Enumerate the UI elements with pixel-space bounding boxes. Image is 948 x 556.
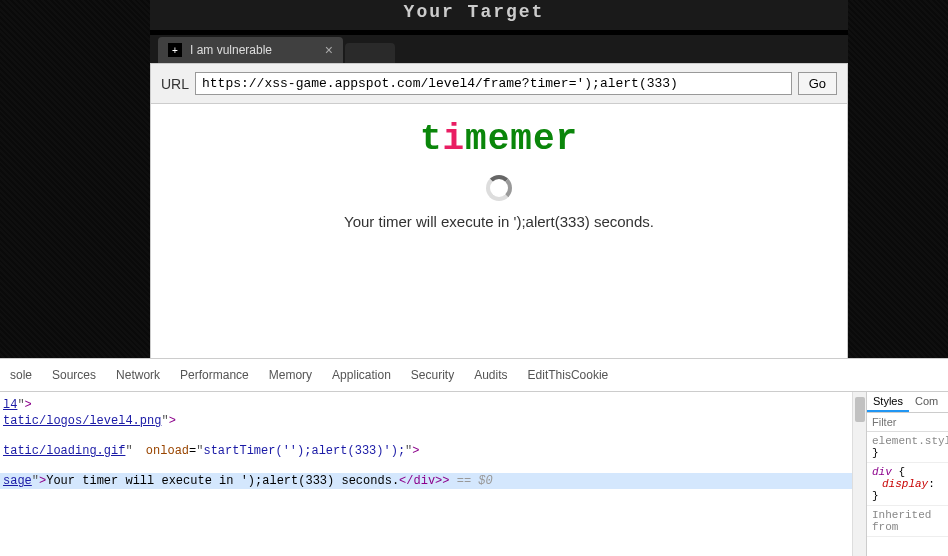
styles-tab-styles[interactable]: Styles xyxy=(867,392,909,412)
browser-tab-active[interactable]: I am vulnerable × xyxy=(158,37,343,63)
devtools-tab-memory[interactable]: Memory xyxy=(259,363,322,387)
devtools-tab-security[interactable]: Security xyxy=(401,363,464,387)
dark-background-left xyxy=(0,0,150,358)
devtools-tab-audits[interactable]: Audits xyxy=(464,363,517,387)
url-bar: URL Go xyxy=(150,63,848,104)
browser-window: I am vulnerable × URL Go timemer Your ti… xyxy=(150,35,848,364)
tab-title: I am vulnerable xyxy=(190,43,272,57)
styles-tabs: Styles Com xyxy=(867,392,948,413)
code-line-selected[interactable]: sage">Your timer will execute in ');aler… xyxy=(0,473,866,489)
url-label: URL xyxy=(161,76,189,92)
styles-tab-computed[interactable]: Com xyxy=(909,392,944,412)
style-rule-div[interactable]: div { display: } xyxy=(867,463,948,506)
logo-letter: i xyxy=(442,119,465,160)
close-icon[interactable]: × xyxy=(325,42,333,58)
scrollbar-thumb[interactable] xyxy=(855,397,865,422)
styles-filter-input[interactable] xyxy=(867,413,948,432)
devtools-tab-performance[interactable]: Performance xyxy=(170,363,259,387)
url-input[interactable] xyxy=(195,72,792,95)
tab-favicon-icon xyxy=(168,43,182,57)
tab-bar: I am vulnerable × xyxy=(150,35,848,63)
timer-message: Your timer will execute in ');alert(333)… xyxy=(166,213,832,230)
devtools-tab-network[interactable]: Network xyxy=(106,363,170,387)
code-line[interactable]: l4"> xyxy=(0,397,866,413)
page-content: timemer Your timer will execute in ');al… xyxy=(150,104,848,364)
browser-tab-inactive[interactable] xyxy=(345,43,395,63)
scrollbar[interactable] xyxy=(852,392,866,556)
dark-background-right xyxy=(848,0,948,358)
styles-panel: Styles Com element.styl } div { display:… xyxy=(866,392,948,556)
app-logo: timemer xyxy=(166,119,832,160)
logo-letter: t xyxy=(420,119,443,160)
code-line[interactable]: tatic/loading.gif" onload="startTimer(''… xyxy=(0,443,866,459)
devtools-tab-application[interactable]: Application xyxy=(322,363,401,387)
devtools-body: l4"> tatic/logos/level4.png"> tatic/load… xyxy=(0,392,948,556)
go-button[interactable]: Go xyxy=(798,72,837,95)
style-rule-inherited: Inherited from xyxy=(867,506,948,537)
devtools-tab-console[interactable]: sole xyxy=(0,363,42,387)
devtools-tab-editthiscookie[interactable]: EditThisCookie xyxy=(518,363,619,387)
logo-letter: memer xyxy=(465,119,578,160)
elements-panel[interactable]: l4"> tatic/logos/level4.png"> tatic/load… xyxy=(0,392,866,556)
style-rule-element[interactable]: element.styl } xyxy=(867,432,948,463)
code-line[interactable]: tatic/logos/level4.png"> xyxy=(0,413,866,429)
loading-spinner-icon xyxy=(486,175,512,201)
devtools-tab-bar: sole Sources Network Performance Memory … xyxy=(0,359,948,392)
devtools-tab-sources[interactable]: Sources xyxy=(42,363,106,387)
devtools-panel: sole Sources Network Performance Memory … xyxy=(0,358,948,556)
